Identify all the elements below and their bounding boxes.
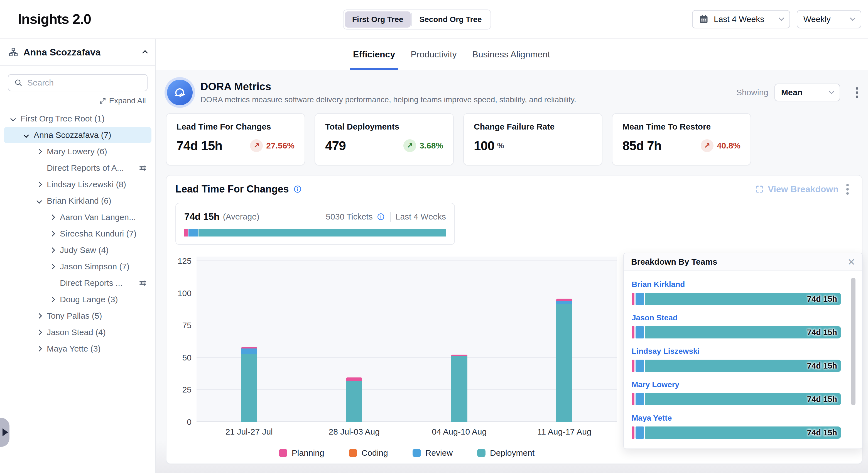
header-controls: Last 4 Weeks Weekly xyxy=(692,10,861,28)
tree-item-tony-pallas-5[interactable]: Tony Pallas (5) xyxy=(4,308,151,324)
tree-item-doug-lange-3[interactable]: Doug Lange (3) xyxy=(4,291,151,307)
team-bar: 74d 15h xyxy=(632,293,855,305)
metric-card-title: Mean Time To Restore xyxy=(622,122,741,131)
org-tree: First Org Tree Root (1)Anna Scozzafava (… xyxy=(0,109,155,473)
granularity-select[interactable]: Weekly xyxy=(797,10,861,28)
average-bar-segment-deployment xyxy=(198,229,446,237)
team-bar-segment-review xyxy=(636,326,644,338)
lead-time-title: Lead Time For Changes xyxy=(175,183,289,195)
chevron-up-icon xyxy=(142,50,148,56)
sidebar-search xyxy=(8,74,148,91)
tab-efficiency[interactable]: Efficiency xyxy=(353,39,395,70)
breakdown-team-list: Brian Kirkland74d 15hJason Stead74d 15hL… xyxy=(624,271,862,439)
team-name-link[interactable]: Jason Stead xyxy=(632,314,678,322)
toggle-divider xyxy=(411,13,412,26)
info-icon[interactable] xyxy=(293,185,302,194)
expand-icon xyxy=(99,97,106,105)
bar-column-11-aug-17-aug[interactable] xyxy=(512,257,617,422)
view-breakdown-label: View Breakdown xyxy=(768,184,838,195)
legend-label: Coding xyxy=(362,448,388,458)
tab-business-alignment[interactable]: Business Alignment xyxy=(472,39,550,70)
tree-item-judy-saw-4[interactable]: Judy Saw (4) xyxy=(4,242,151,258)
search-input[interactable] xyxy=(27,78,142,87)
chevron-right-icon xyxy=(50,264,55,269)
view-breakdown-button[interactable]: View Breakdown xyxy=(755,184,838,195)
tree-item-jason-stead-4[interactable]: Jason Stead (4) xyxy=(4,324,151,341)
legend-swatch xyxy=(477,449,486,457)
lead-time-panel: Lead Time For Changes View Breakdown xyxy=(166,175,862,464)
bar-column-04-aug-10-aug[interactable] xyxy=(407,257,512,422)
showing-select[interactable]: Mean xyxy=(774,84,840,101)
bar-segment-planning xyxy=(346,378,362,381)
legend-item-planning[interactable]: Planning xyxy=(279,448,324,458)
bar-column-21-jul-27-jul[interactable] xyxy=(196,257,302,422)
team-row-brian-kirkland: Brian Kirkland74d 15h xyxy=(632,280,855,305)
tree-item-mary-lowery-6[interactable]: Mary Lowery (6) xyxy=(4,144,151,159)
expand-all-button[interactable]: Expand All xyxy=(0,94,155,109)
metric-card-value: 85d 7h xyxy=(622,138,661,153)
metric-cards-row: Lead Time For Changes74d 15h↗27.56%Total… xyxy=(166,113,862,166)
tree-item-label: Aaron Van Langen... xyxy=(60,212,136,222)
chevron-right-icon xyxy=(36,149,42,154)
tree-item-sireesha-kunduri-7[interactable]: Sireesha Kunduri (7) xyxy=(4,226,151,242)
metric-card-title: Lead Time For Changes xyxy=(177,122,294,131)
toggle-second-org-tree[interactable]: Second Org Tree xyxy=(412,11,489,28)
tree-item-aaron-van-langen[interactable]: Aaron Van Langen... xyxy=(4,209,151,225)
team-name-link[interactable]: Mary Lowery xyxy=(632,380,679,389)
sidebar-collapse-handle[interactable] xyxy=(0,418,9,447)
trend-badge: ↗40.8% xyxy=(701,139,741,152)
legend-item-coding[interactable]: Coding xyxy=(349,448,388,458)
legend-item-deployment[interactable]: Deployment xyxy=(477,448,534,458)
team-row-jason-stead: Jason Stead74d 15h xyxy=(632,314,855,338)
team-row-maya-yette: Maya Yette74d 15h xyxy=(632,414,855,439)
tree-item-label: Judy Saw (4) xyxy=(60,245,108,255)
tree-item-first-org-tree-root-1[interactable]: First Org Tree Root (1) xyxy=(4,111,151,127)
chevron-down-icon xyxy=(850,15,856,21)
x-axis-label: 11 Aug-17 Aug xyxy=(512,427,617,437)
metric-card-unit: % xyxy=(497,141,504,150)
sidebar-user-header[interactable]: Anna Scozzafava xyxy=(0,39,155,66)
info-icon[interactable] xyxy=(377,212,385,221)
tree-item-lindsay-liszewski-8[interactable]: Lindsay Liszewski (8) xyxy=(4,176,151,193)
sidebar-user-name: Anna Scozzafava xyxy=(23,47,101,58)
team-bar-segment-planning xyxy=(632,360,634,372)
filter-icon[interactable] xyxy=(138,279,147,287)
team-name-link[interactable]: Maya Yette xyxy=(632,414,672,422)
tree-item-jason-simpson-7[interactable]: Jason Simpson (7) xyxy=(4,259,151,275)
tree-item-direct-reports[interactable]: Direct Reports ... xyxy=(4,275,151,291)
filter-icon[interactable] xyxy=(138,164,147,172)
lead-time-kebab-menu-icon[interactable] xyxy=(842,184,853,195)
tree-item-maya-yette-3[interactable]: Maya Yette (3) xyxy=(4,341,151,357)
team-name-link[interactable]: Lindsay Liszewski xyxy=(632,347,700,356)
bar-segment-planning xyxy=(556,299,572,301)
bar-column-28-jul-03-aug[interactable] xyxy=(302,257,407,422)
tree-item-direct-reports-of-a[interactable]: Direct Reports of A... xyxy=(4,160,151,176)
main-area: EfficiencyProductivityBusiness Alignment… xyxy=(156,39,868,473)
chevron-down-icon xyxy=(23,132,29,138)
dora-description: DORA metrics measure software delivery p… xyxy=(200,95,576,104)
team-bar-segment-planning xyxy=(632,393,634,405)
toggle-first-org-tree[interactable]: First Org Tree xyxy=(345,11,411,28)
close-icon[interactable]: × xyxy=(848,256,855,268)
chevron-right-icon xyxy=(36,329,42,335)
team-name-link[interactable]: Brian Kirkland xyxy=(632,280,685,289)
legend-item-review[interactable]: Review xyxy=(412,448,453,458)
expand-all-label: Expand All xyxy=(109,96,146,105)
org-sidebar: Anna Scozzafava Expand All First Org Tre… xyxy=(0,39,156,473)
legend-label: Planning xyxy=(292,448,324,458)
breakdown-title: Breakdown By Teams xyxy=(631,257,717,267)
chevron-down-icon xyxy=(779,15,784,21)
dora-kebab-menu-icon[interactable] xyxy=(851,87,862,98)
tree-item-anna-scozzafava-7[interactable]: Anna Scozzafava (7) xyxy=(4,127,151,143)
trend-arrow-icon: ↗ xyxy=(403,139,416,152)
scrollbar-thumb[interactable] xyxy=(851,278,856,405)
trend-badge: ↗27.56% xyxy=(250,139,294,152)
team-bar-value: 74d 15h xyxy=(807,328,837,337)
tree-item-brian-kirkland-6[interactable]: Brian Kirkland (6) xyxy=(4,193,151,209)
tree-item-label: Direct Reports ... xyxy=(60,278,123,288)
tab-productivity[interactable]: Productivity xyxy=(411,39,457,70)
insights-app: Insights 2.0 First Org Tree Second Org T… xyxy=(0,0,868,473)
date-range-select[interactable]: Last 4 Weeks xyxy=(692,10,790,28)
granularity-value: Weekly xyxy=(803,14,831,24)
average-bar-segment-planning xyxy=(184,229,188,237)
